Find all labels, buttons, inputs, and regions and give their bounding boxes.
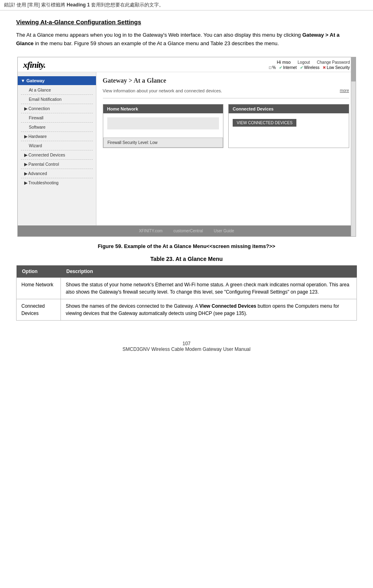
sidebar-divider-2 — [21, 104, 93, 104]
error-text-after: 套用到您想要在此處顯示的文字。 — [90, 2, 164, 8]
table-row-connected-devices: ConnectedDevices Shows the names of the … — [17, 299, 357, 320]
sidebar-item-connected-devices[interactable]: ▶ Connected Devices — [18, 151, 96, 159]
sidebar-item-email-notification[interactable]: Email Notification — [18, 95, 96, 103]
sidebar-divider-9 — [21, 169, 93, 169]
scrollbar[interactable] — [351, 57, 356, 236]
table-title: Table 23. At a Glance Menu — [16, 256, 357, 262]
advanced-arrow: ▶ — [24, 171, 28, 176]
at-a-glance-table: Option Description Home Network Shows th… — [16, 265, 357, 321]
sidebar-divider-5 — [21, 131, 93, 132]
sidebar-item-advanced[interactable]: ▶ Advanced — [18, 169, 96, 177]
parental-control-arrow: ▶ — [24, 162, 29, 167]
main-content: Viewing At-a-Glance Configuration Settin… — [0, 10, 373, 372]
connection-arrow: ▶ — [24, 106, 29, 111]
logout-link[interactable]: Logout — [298, 60, 310, 65]
sidebar-item-firewall[interactable]: Firewall — [18, 114, 96, 122]
xfinity-logo: xfinity. — [23, 60, 46, 70]
error-bar: 錯誤! 使用 [常用] 索引標籤將 Heading 1 套用到您想要在此處顯示的… — [0, 0, 373, 10]
table-cell-option-connected-devices: ConnectedDevices — [17, 299, 61, 320]
section-title: Viewing At-a-Glance Configuration Settin… — [16, 19, 357, 25]
internet-status: ✔ Internet — [279, 65, 297, 70]
user-guide-link[interactable]: User Guide — [214, 229, 234, 233]
sidebar-item-troubleshooting[interactable]: ▶ Troubleshooting — [18, 179, 96, 187]
connected-devices-card-body: VIEW CONNECTED DEVICES — [229, 113, 349, 138]
page-description: View information about your network and … — [103, 88, 349, 93]
table-header-option: Option — [17, 265, 61, 278]
scroll-thumb[interactable] — [351, 57, 356, 81]
home-network-card-body — [103, 113, 223, 138]
table-cell-desc-connected-devices: Shows the names of the devices connected… — [61, 299, 357, 320]
firewall-security-row: Firewall Security Level: Low — [103, 138, 223, 148]
sidebar-divider-4 — [21, 122, 93, 123]
interface-footer: XFINITY.com customerCentral User Guide — [18, 225, 356, 236]
wireless-check-icon: ✔ — [300, 65, 303, 70]
hardware-arrow: ▶ — [24, 134, 29, 139]
troubleshooting-arrow: ▶ — [24, 180, 29, 185]
figure-caption: Figure 59. Example of the At a Glance Me… — [16, 243, 357, 249]
sidebar-item-hardware[interactable]: ▶ Hardware — [18, 132, 96, 140]
cards-row: Home Network Firewall Security Level: Lo… — [103, 104, 349, 148]
table-header-description: Description — [61, 265, 357, 278]
home-network-card-header: Home Network — [103, 104, 223, 113]
product-name: SMCD3GNV Wireless Cable Modem Gateway Us… — [16, 346, 357, 352]
home-network-card: Home Network Firewall Security Level: Lo… — [103, 104, 224, 148]
home-network-inner-box — [107, 117, 219, 129]
sidebar-divider-10 — [21, 178, 93, 178]
sidebar-item-parental-control[interactable]: ▶ Parental Control — [18, 160, 96, 168]
sidebar-divider-6 — [21, 141, 93, 141]
signal-status: □ % — [269, 65, 276, 70]
sidebar-item-wizard[interactable]: Wizard — [18, 142, 96, 150]
sidebar-divider-1 — [21, 94, 93, 95]
error-heading-style: Heading 1 — [67, 2, 90, 8]
signal-icon: □ — [269, 65, 271, 70]
view-connected-devices-bold: View Connected Devices — [199, 303, 256, 309]
sidebar-item-gateway[interactable]: ▼ Gateway — [18, 76, 96, 85]
wireless-status: ✔ Wireless — [300, 65, 319, 70]
screenshot-frame: xfinity. Hi mso Logout Change Password □… — [17, 57, 356, 237]
intro-text-end: in the menu bar. Figure 59 shows an exam… — [33, 40, 279, 46]
user-info: Hi mso Logout Change Password □ % ✔ Inte… — [269, 60, 350, 70]
sidebar-item-connection[interactable]: ▶ Connection — [18, 104, 96, 113]
security-status: ✖ Low Security — [323, 65, 350, 70]
connected-devices-arrow: ▶ — [24, 152, 29, 157]
intro-text-before: The At a Glance menu appears when you lo… — [16, 32, 302, 38]
sidebar: ▼ Gateway At a Glance Email Notification… — [18, 72, 96, 225]
security-x-icon: ✖ — [323, 65, 326, 70]
table-cell-desc-home-network: Shows the status of your home network's … — [61, 277, 357, 299]
customer-central-link[interactable]: customerCentral — [173, 229, 203, 233]
xfinity-footer-link[interactable]: XFINITY.com — [139, 229, 163, 233]
interface-topbar: xfinity. Hi mso Logout Change Password □… — [18, 57, 356, 72]
interface-main-panel: Gateway > At a Glance View information a… — [96, 72, 356, 225]
table-cell-option-home-network: Home Network — [17, 277, 61, 299]
sidebar-item-software[interactable]: Software — [18, 123, 96, 131]
error-text-before: 錯誤! 使用 [常用] 索引標籤將 — [4, 2, 67, 8]
sidebar-divider-8 — [21, 159, 93, 160]
sidebar-divider-3 — [21, 113, 93, 113]
change-password-link[interactable]: Change Password — [317, 60, 350, 65]
greeting-text: Hi mso Logout Change Password — [269, 60, 350, 65]
sidebar-divider-7 — [21, 150, 93, 150]
status-row: □ % ✔ Internet ✔ Wireless ✖ Low Security — [269, 65, 350, 70]
table-row-home-network: Home Network Shows the status of your ho… — [17, 277, 357, 299]
sidebar-item-at-a-glance[interactable]: At a Glance — [18, 86, 96, 94]
interface-body: ▼ Gateway At a Glance Email Notification… — [18, 72, 356, 225]
description-area: View information about your network and … — [103, 88, 349, 98]
connected-devices-card-header: Connected Devices — [229, 104, 349, 113]
more-link[interactable]: more — [340, 88, 349, 93]
intro-paragraph: The At a Glance menu appears when you lo… — [16, 31, 357, 48]
view-connected-devices-button[interactable]: VIEW CONNECTED DEVICES — [233, 119, 296, 127]
internet-check-icon: ✔ — [279, 65, 282, 70]
gateway-arrow: ▼ — [21, 78, 27, 83]
page-footer: 107 SMCD3GNV Wireless Cable Modem Gatewa… — [16, 329, 357, 356]
connected-devices-card: Connected Devices VIEW CONNECTED DEVICES — [228, 104, 349, 148]
page-title: Gateway > At a Glance — [103, 77, 349, 84]
page-number: 107 — [16, 341, 357, 346]
